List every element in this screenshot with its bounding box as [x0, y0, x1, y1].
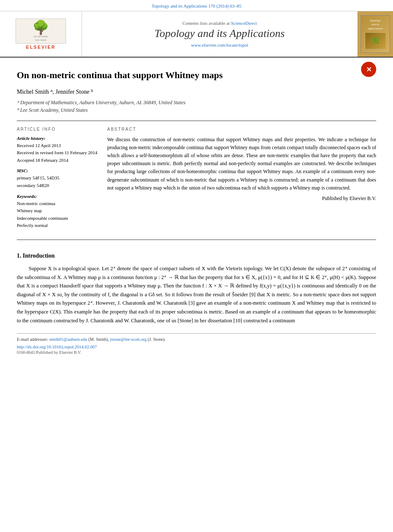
email-link-1[interactable]: smith01@auburn.edu — [49, 337, 87, 342]
keyword-2: Whitney map — [17, 207, 99, 215]
journal-title-area: Contents lists available at ScienceDirec… — [82, 11, 357, 57]
email-link-2[interactable]: jstone@lee-scott.org — [110, 337, 147, 342]
journal-url-link[interactable]: www.elsevier.com/locate/topol — [191, 42, 248, 47]
abstract-label: ABSTRACT — [107, 127, 376, 132]
keywords-label: Keywords: — [17, 194, 99, 199]
keyword-3: Indecomposable continuum — [17, 215, 99, 222]
crossmark-badge[interactable]: ✕ — [361, 62, 376, 77]
keyword-1: Non-metric continua — [17, 200, 99, 208]
elsevier-logo: 🌳 ELSEVIERtree mark ELSEVIER — [16, 18, 66, 50]
sciencedirect-link[interactable]: ScienceDirect — [231, 21, 257, 26]
keyword-4: Perfectly normal — [17, 222, 99, 229]
article-history-block: Article history: Received 12 April 2013 … — [17, 136, 99, 164]
abstract-column: ABSTRACT We discuss the construction of … — [107, 127, 376, 234]
journal-reference-bar: Topology and its Applications 170 (2014)… — [0, 0, 393, 11]
doi-line[interactable]: http://dx.doi.org/10.1016/j.topol.2014.0… — [17, 345, 376, 349]
introduction-section: 1. Introduction Suppose X is a topologic… — [17, 253, 376, 325]
info-abstract-section: ARTICLE INFO Article history: Received 1… — [17, 127, 376, 234]
sciencedirect-line: Contents lists available at ScienceDirec… — [182, 21, 257, 26]
abstract-text: We discuss the construction of non-metri… — [107, 136, 376, 192]
intro-paragraph-1: Suppose X is a topological space. Let 2ˣ… — [17, 264, 376, 325]
journal-name: Topology and its Applications — [155, 27, 285, 40]
article-info-label: ARTICLE INFO — [17, 127, 99, 132]
elsevier-wordmark: ELSEVIER — [26, 45, 55, 50]
accepted-date: Accepted 18 February 2014 — [17, 157, 99, 164]
email-1-name: (M. Smith), — [88, 337, 109, 342]
article-info-column: ARTICLE INFO Article history: Received 1… — [17, 127, 99, 234]
msc-block: MSC: primary 54F15, 54D35 secondary 54B2… — [17, 168, 99, 189]
issn-line: 0166-8641/Published by Elsevier B.V. — [17, 350, 376, 355]
footnote-area: E-mail addresses: smith01@auburn.edu (M.… — [17, 333, 376, 355]
journal-reference-link[interactable]: Topology and its Applications 170 (2014)… — [152, 3, 242, 8]
journal-cover-thumbnail: Topologyand itsApplications 🌿 — [361, 15, 390, 53]
email-2-name: (J. Stone). — [148, 337, 166, 342]
section-divider — [17, 121, 376, 121]
intro-heading: 1. Introduction — [17, 253, 376, 259]
elsevier-tree-logo: 🌳 ELSEVIERtree mark — [16, 18, 66, 44]
received-date: Received 12 April 2013 — [17, 142, 99, 150]
published-by: Published by Elsevier B.V. — [107, 195, 376, 202]
body-divider — [17, 240, 376, 240]
article-title: On non-metric continua that support Whit… — [17, 69, 357, 82]
affiliation-b: ᵇ Lee Scott Academy, United States — [17, 107, 357, 113]
email-footnote: E-mail addresses: smith01@auburn.edu (M.… — [17, 336, 376, 343]
msc-secondary: secondary 54B20 — [17, 182, 99, 190]
revised-date: Received in revised form 11 February 201… — [17, 149, 99, 157]
msc-label: MSC: — [17, 168, 99, 173]
history-label: Article history: — [17, 136, 99, 141]
authors-line: Michel Smith ᵃ, Jennifer Stone ᵇ — [17, 88, 357, 95]
doi-link[interactable]: http://dx.doi.org/10.1016/j.topol.2014.0… — [17, 345, 97, 349]
journal-thumbnail-area: Topologyand itsApplications 🌿 — [357, 11, 393, 57]
journal-header: 🌳 ELSEVIERtree mark ELSEVIER Contents li… — [0, 11, 393, 58]
email-label: E-mail addresses: — [17, 337, 48, 342]
msc-primary: primary 54F15, 54D35 — [17, 174, 99, 182]
elsevier-logo-area: 🌳 ELSEVIERtree mark ELSEVIER — [0, 11, 82, 57]
article-body: On non-metric continua that support Whit… — [0, 58, 393, 355]
keywords-block: Keywords: Non-metric continua Whitney ma… — [17, 194, 99, 229]
affiliation-a: ᵃ Department of Mathematics, Auburn Univ… — [17, 100, 357, 106]
